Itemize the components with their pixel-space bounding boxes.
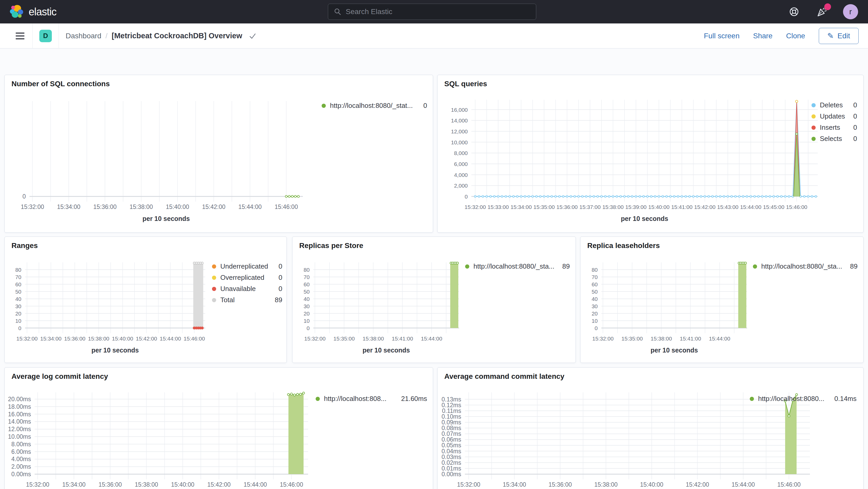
svg-text:0.10ms: 0.10ms bbox=[442, 413, 461, 420]
chart-legend: Underreplicated0Overreplicated0Unavailab… bbox=[212, 262, 282, 304]
chart-canvas[interactable]: 15:32:0015:35:0015:38:0015:41:0015:44:00… bbox=[581, 237, 863, 363]
legend-series-value: 0 bbox=[854, 123, 857, 131]
svg-text:per 10 seconds: per 10 seconds bbox=[91, 346, 139, 354]
chart-canvas[interactable]: 15:32:0015:34:0015:36:0015:38:0015:40:00… bbox=[437, 368, 863, 489]
svg-text:10: 10 bbox=[304, 318, 310, 324]
legend-series-dot bbox=[811, 126, 816, 130]
svg-text:80: 80 bbox=[16, 267, 21, 273]
dashboard-topbar: D Dashboard / [Metricbeat CockroachDB] O… bbox=[0, 24, 868, 49]
svg-text:15:41:00: 15:41:00 bbox=[392, 336, 413, 341]
svg-text:15:38:00: 15:38:00 bbox=[363, 336, 384, 341]
legend-series-dot bbox=[811, 137, 816, 141]
svg-text:40: 40 bbox=[304, 296, 310, 302]
legend-item[interactable]: http://localhost:8080/_stat...0 bbox=[322, 101, 427, 110]
user-avatar[interactable]: r bbox=[843, 4, 858, 19]
chart-canvas[interactable]: 15:32:0015:34:0015:36:0015:38:0015:40:00… bbox=[5, 368, 433, 489]
legend-item[interactable]: Unavailable0 bbox=[212, 285, 282, 293]
space-badge[interactable]: D bbox=[39, 30, 52, 42]
legend-series-dot bbox=[465, 265, 469, 269]
svg-text:15:38:00: 15:38:00 bbox=[594, 481, 618, 488]
svg-text:15:37:00: 15:37:00 bbox=[580, 204, 601, 210]
edit-button[interactable]: ✎ Edit bbox=[819, 28, 859, 44]
svg-text:0.01ms: 0.01ms bbox=[442, 465, 461, 472]
legend-series-label: Total bbox=[220, 296, 235, 304]
legend-item[interactable]: Overreplicated0 bbox=[212, 274, 282, 282]
legend-item[interactable]: Selects0 bbox=[811, 135, 857, 143]
share-button[interactable]: Share bbox=[753, 32, 773, 40]
svg-text:2,000: 2,000 bbox=[454, 183, 468, 189]
elastic-home-link[interactable]: elastic bbox=[10, 4, 56, 19]
svg-text:50: 50 bbox=[304, 289, 310, 295]
page-title[interactable]: [Metricbeat CockroachDB] Overview bbox=[112, 32, 242, 40]
clone-button[interactable]: Clone bbox=[786, 32, 805, 40]
svg-text:15:32:00: 15:32:00 bbox=[304, 336, 326, 341]
legend-item[interactable]: Updates0 bbox=[811, 112, 857, 120]
svg-text:60: 60 bbox=[304, 281, 310, 287]
svg-text:0.00ms: 0.00ms bbox=[11, 471, 31, 478]
legend-item[interactable]: http://localhost:8080...0.14ms bbox=[750, 395, 857, 403]
chart-average-command-commit-latency[interactable]: 15:32:0015:34:0015:36:0015:38:0015:40:00… bbox=[437, 368, 863, 489]
chart-legend: http://localhost:8080/_stat...0 bbox=[322, 101, 427, 110]
search-input[interactable] bbox=[346, 7, 530, 16]
svg-text:15:34:00: 15:34:00 bbox=[510, 204, 532, 210]
dashboard-actions: Full screen Share Clone ✎ Edit bbox=[704, 28, 868, 44]
legend-series-value: 0 bbox=[279, 285, 282, 293]
legend-series-label: http://localhost:8080/_stat... bbox=[330, 101, 413, 110]
chart-average-log-commit-latency[interactable]: 15:32:0015:34:0015:36:0015:38:0015:40:00… bbox=[5, 368, 433, 489]
svg-text:15:46:00: 15:46:00 bbox=[184, 336, 205, 341]
svg-text:15:33:00: 15:33:00 bbox=[488, 204, 509, 210]
svg-text:50: 50 bbox=[592, 289, 598, 295]
legend-series-label: http://localhost:8080/_sta... bbox=[473, 262, 554, 270]
svg-text:40: 40 bbox=[592, 296, 598, 302]
legend-series-label: Updates bbox=[820, 112, 845, 120]
svg-text:15:46:00: 15:46:00 bbox=[275, 204, 298, 210]
help-button[interactable] bbox=[787, 4, 801, 19]
legend-series-dot bbox=[811, 103, 816, 107]
global-search[interactable] bbox=[328, 4, 536, 20]
svg-text:50: 50 bbox=[16, 289, 21, 295]
legend-item[interactable]: http://localhost:8080/_sta...89 bbox=[753, 262, 858, 270]
chart-canvas[interactable]: 15:32:0015:35:0015:38:0015:41:0015:44:00… bbox=[292, 237, 576, 363]
full-screen-button[interactable]: Full screen bbox=[704, 32, 740, 40]
chart-sql-queries[interactable]: 15:32:0015:33:0015:34:0015:35:0015:36:00… bbox=[437, 75, 863, 233]
title-check-icon[interactable] bbox=[248, 32, 257, 40]
svg-text:15:34:00: 15:34:00 bbox=[40, 336, 62, 341]
legend-item[interactable]: Total89 bbox=[212, 296, 282, 304]
legend-item[interactable]: Underreplicated0 bbox=[212, 262, 282, 270]
svg-text:15:32:00: 15:32:00 bbox=[21, 204, 44, 210]
legend-series-label: http://localhost:808... bbox=[324, 395, 386, 403]
chart-canvas[interactable]: 15:32:0015:34:0015:36:0015:38:0015:40:00… bbox=[5, 75, 433, 233]
whats-new-button[interactable] bbox=[815, 4, 830, 19]
breadcrumb-dashboard-link[interactable]: Dashboard bbox=[66, 32, 101, 40]
svg-text:15:32:00: 15:32:00 bbox=[592, 336, 614, 341]
svg-text:16,000: 16,000 bbox=[451, 107, 468, 113]
svg-text:10: 10 bbox=[16, 318, 21, 324]
chart-legend: http://localhost:8080...0.14ms bbox=[750, 395, 857, 403]
legend-item[interactable]: Deletes0 bbox=[811, 101, 857, 109]
svg-text:15:38:00: 15:38:00 bbox=[651, 336, 672, 341]
legend-item[interactable]: http://localhost:808...21.60ms bbox=[316, 395, 427, 403]
svg-text:15:38:00: 15:38:00 bbox=[135, 481, 158, 488]
chart-canvas[interactable]: 15:32:0015:33:0015:34:0015:35:0015:36:00… bbox=[437, 75, 863, 233]
legend-item[interactable]: Inserts0 bbox=[811, 123, 857, 131]
svg-text:15:42:00: 15:42:00 bbox=[686, 481, 709, 488]
chart-replicas-per-store[interactable]: 15:32:0015:35:0015:38:0015:41:0015:44:00… bbox=[292, 237, 576, 363]
chart-replica-leaseholders[interactable]: 15:32:0015:35:0015:38:0015:41:0015:44:00… bbox=[581, 237, 863, 363]
pencil-icon: ✎ bbox=[827, 31, 834, 40]
svg-text:20: 20 bbox=[304, 310, 310, 316]
svg-text:0.11ms: 0.11ms bbox=[442, 407, 461, 414]
panel-replicas-per-store: Replicas per Store 15:32:0015:35:0015:38… bbox=[292, 237, 576, 363]
legend-series-label: Inserts bbox=[820, 123, 840, 131]
svg-text:15:35:00: 15:35:00 bbox=[621, 336, 643, 341]
legend-item[interactable]: http://localhost:8080/_sta...89 bbox=[465, 262, 570, 270]
menu-hamburger-button[interactable] bbox=[16, 33, 25, 39]
svg-text:15:32:00: 15:32:00 bbox=[457, 481, 480, 488]
svg-text:15:44:00: 15:44:00 bbox=[740, 204, 762, 210]
chart-number-of-sql-connections[interactable]: 15:32:0015:34:0015:36:0015:38:0015:40:00… bbox=[5, 75, 433, 233]
svg-text:15:40:00: 15:40:00 bbox=[648, 204, 670, 210]
svg-text:15:32:00: 15:32:00 bbox=[465, 204, 486, 210]
svg-text:15:35:00: 15:35:00 bbox=[533, 204, 555, 210]
dashboard-grid: Number of SQL connections 15:32:0015:34:… bbox=[0, 49, 868, 489]
svg-text:0.06ms: 0.06ms bbox=[442, 436, 461, 443]
svg-text:15:38:00: 15:38:00 bbox=[602, 204, 624, 210]
